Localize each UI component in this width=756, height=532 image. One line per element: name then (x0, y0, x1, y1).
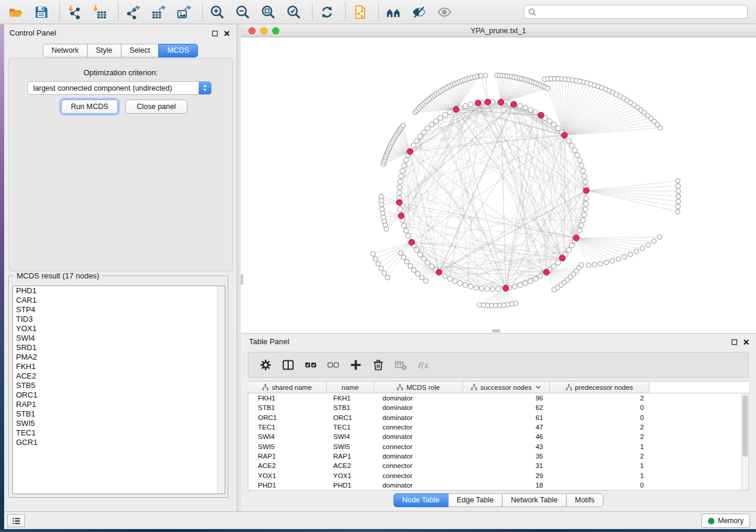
node-table-body: FKH1FKH1dominator962STB1STB1dominator620… (248, 393, 749, 491)
show-all-button[interactable] (436, 4, 452, 20)
close-panel-icon[interactable] (223, 29, 231, 40)
column-header-predecessor-nodes[interactable]: predecessor nodes (550, 382, 649, 393)
export-table-button[interactable] (150, 4, 167, 20)
function-builder-button[interactable]: f(x) (416, 358, 430, 372)
column-header-shared-name[interactable]: shared name (248, 382, 327, 393)
mcds-node-item[interactable]: STB5 (13, 381, 225, 390)
tab-select[interactable]: Select (121, 44, 160, 57)
desktop-wallpaper-bottom (0, 529, 756, 532)
mcds-node-item[interactable]: STB1 (13, 409, 225, 419)
column-header-MCDS-role[interactable]: MCDS role (374, 382, 463, 393)
tab-network[interactable]: Network (43, 44, 88, 57)
tab-style[interactable]: Style (87, 44, 122, 57)
tab-motifs[interactable]: Motifs (566, 493, 603, 507)
table-row[interactable]: FKH1FKH1dominator962 (248, 393, 748, 403)
network-graph[interactable] (241, 37, 756, 333)
table-row[interactable]: PHD1PHD1dominator180 (248, 480, 748, 490)
cell: connector (375, 424, 464, 431)
tab-mcds[interactable]: MCDS (158, 44, 198, 57)
tab-node-table[interactable]: Node Table (393, 493, 448, 507)
tab-edge-table[interactable]: Edge Table (448, 493, 502, 507)
table-row[interactable]: STB1STB1dominator620 (248, 403, 748, 412)
first-neighbors-button[interactable] (385, 4, 401, 20)
mcds-node-item[interactable]: YOX1 (13, 324, 225, 334)
mcds-node-item[interactable]: GCR1 (13, 438, 225, 447)
cell: 43 (464, 443, 550, 450)
tab-network-table[interactable]: Network Table (502, 493, 567, 507)
add-column-button[interactable] (349, 358, 363, 372)
unselect-all-columns-button[interactable] (326, 358, 340, 372)
toggle-panel-button[interactable] (281, 358, 295, 372)
network-hscroll-thumb[interactable] (492, 329, 500, 332)
mcds-node-item[interactable]: ORC1 (13, 390, 225, 400)
table-row[interactable]: ORC1ORC1dominator610 (248, 413, 748, 422)
table-row[interactable]: ACE2ACE2connector311 (248, 461, 748, 470)
export-image-button[interactable] (176, 4, 192, 20)
column-header-name[interactable]: name (327, 382, 374, 393)
delete-table-button[interactable] (394, 358, 408, 372)
mcds-node-item[interactable]: CAR1 (13, 296, 225, 305)
mcds-node-item[interactable]: PHD1 (13, 286, 225, 296)
close-panel-button[interactable]: Close panel (125, 100, 187, 114)
zoom-out-button[interactable] (234, 4, 251, 20)
zoom-in-button[interactable] (209, 4, 225, 20)
cell: RAP1 (327, 453, 375, 460)
mcds-node-item[interactable]: SRD1 (13, 343, 225, 352)
search-input[interactable] (536, 6, 747, 18)
mcds-node-item[interactable]: RAP1 (13, 400, 225, 409)
mcds-list-scrollbar[interactable] (217, 286, 225, 493)
cell: STB1 (248, 404, 327, 411)
toolbar-separator (118, 3, 119, 21)
column-header-successor-nodes[interactable]: successor nodes (463, 382, 550, 393)
float-panel-icon[interactable] (211, 29, 219, 40)
select-all-columns-button[interactable] (304, 358, 318, 372)
mcds-node-item[interactable]: TEC1 (13, 428, 225, 438)
float-table-panel-icon[interactable] (731, 338, 738, 348)
table-row[interactable]: TEC1TEC1connector472 (248, 422, 748, 432)
hide-selected-button[interactable] (410, 4, 427, 20)
table-row[interactable]: YOX1YOX1connector291 (248, 470, 748, 480)
cell: 46 (464, 433, 550, 440)
sort-icon (535, 384, 541, 390)
optimization-criterion-select[interactable]: largest connected component (undirected) (27, 81, 212, 95)
save-session-button[interactable] (33, 4, 49, 20)
export-network-button[interactable] (125, 4, 141, 20)
cell: 1 (550, 462, 650, 469)
zoom-fit-button[interactable] (260, 4, 276, 20)
run-mcds-button[interactable]: Run MCDS (61, 100, 118, 114)
mcds-node-item[interactable]: SWI4 (13, 334, 225, 343)
table-row[interactable]: SWI5SWI5connector431 (248, 441, 748, 451)
mcds-node-item[interactable]: SWI5 (13, 419, 225, 428)
cell: 29 (464, 472, 550, 479)
table-scrollbar-thumb[interactable] (742, 395, 748, 457)
network-vscroll-thumb[interactable] (241, 274, 243, 285)
memory-button[interactable]: Memory (701, 514, 750, 528)
cell: 2 (550, 433, 650, 440)
import-table-button[interactable] (91, 4, 108, 20)
table-row[interactable]: SWI4SWI4dominator462 (248, 432, 748, 441)
network-canvas[interactable] (241, 37, 756, 333)
mcds-node-item[interactable]: FKH1 (13, 362, 225, 371)
close-table-panel-icon[interactable] (742, 338, 750, 348)
new-network-from-selection-button[interactable] (352, 4, 368, 20)
toolbar-separator (378, 3, 379, 21)
delete-column-button[interactable] (371, 358, 385, 372)
column-type-icon (566, 384, 572, 390)
table-row[interactable]: RAP1RAP1dominator352 (248, 451, 748, 461)
mcds-node-item[interactable]: TID3 (13, 315, 225, 324)
task-history-button[interactable] (7, 514, 25, 527)
cell: connector (375, 462, 464, 469)
refresh-button[interactable] (318, 4, 335, 20)
mcds-node-item[interactable]: STP4 (13, 305, 225, 315)
mcds-node-item[interactable]: ACE2 (13, 371, 225, 381)
cell: FKH1 (327, 395, 375, 402)
network-window-titlebar[interactable]: YPA_prune.txt_1 (241, 24, 756, 37)
table-scrollbar[interactable] (741, 393, 748, 490)
mcds-node-item[interactable]: PMA2 (13, 352, 225, 362)
search-box[interactable] (524, 5, 748, 19)
zoom-selected-button[interactable] (285, 4, 302, 20)
open-session-button[interactable] (7, 4, 24, 20)
table-settings-button[interactable] (259, 358, 273, 372)
import-network-button[interactable] (66, 4, 82, 20)
zoom-in-icon (210, 5, 225, 20)
